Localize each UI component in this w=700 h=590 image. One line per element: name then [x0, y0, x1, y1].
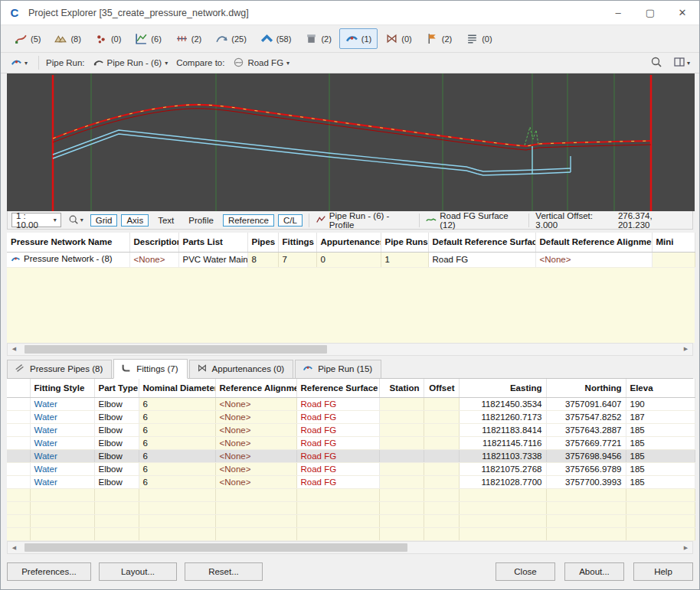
northing-cell[interactable]: 3757643.2887 [546, 424, 626, 437]
toggle-centerline[interactable]: C/L [278, 214, 303, 227]
northing-cell[interactable]: 3757698.9456 [546, 450, 626, 463]
toggle-reference[interactable]: Reference [223, 214, 274, 227]
reference-alignment-cell[interactable]: <None> [215, 411, 296, 424]
network-table-hscrollbar[interactable]: ◀ ▶ [7, 343, 693, 356]
part-type-cell[interactable]: Elbow [94, 463, 139, 476]
fittings-row[interactable]: WaterElbow6<None>Road FG11821145.7116375… [7, 437, 695, 450]
reference-alignment-cell[interactable]: <None> [215, 476, 296, 489]
toolbar-button-sample-lines[interactable]: (2) [169, 28, 208, 49]
scroll-right-icon[interactable]: ▶ [679, 542, 692, 553]
nominal-diameter-cell[interactable]: 6 [139, 463, 215, 476]
elevation-cell[interactable]: 185 [626, 463, 695, 476]
minimize-button[interactable]: – [607, 4, 629, 22]
search-button[interactable] [647, 54, 666, 71]
nominal-diameter-cell[interactable]: 6 [139, 450, 215, 463]
view-options-button[interactable]: ▾ [670, 54, 693, 71]
part-type-cell[interactable]: Elbow [94, 398, 139, 411]
fitting-style-cell[interactable]: Water [30, 398, 94, 411]
toggle-grid[interactable]: Grid [90, 214, 118, 227]
pipe-run-select[interactable]: Pipe Run - (6) ▾ [90, 55, 172, 70]
help-button[interactable]: Help [633, 562, 693, 581]
pipe-run-tools-button[interactable]: ▾ [7, 54, 31, 72]
fittings-row-selected[interactable]: WaterElbow6<None>Road FG11821103.7338375… [7, 450, 695, 463]
toolbar-button-layers[interactable]: (0) [460, 28, 498, 49]
northing-cell[interactable]: 3757547.8252 [546, 411, 626, 424]
reference-alignment-cell[interactable]: <None> [215, 398, 296, 411]
reset-button[interactable]: Reset... [185, 562, 263, 581]
fitting-style-cell[interactable]: Water [30, 424, 94, 437]
toolbar-button-structures[interactable]: (2) [299, 28, 337, 49]
fittings-row[interactable]: WaterElbow6<None>Road FG11821183.8414375… [7, 424, 695, 437]
toggle-axis[interactable]: Axis [121, 214, 149, 227]
toolbar-button-point-clouds[interactable]: (0) [89, 28, 127, 49]
elevation-cell[interactable]: 190 [626, 398, 695, 411]
preferences-button[interactable]: Preferences... [7, 562, 91, 581]
close-dialog-button[interactable]: Close [496, 562, 555, 581]
scale-select[interactable]: 1 : 10.00 ▾ [11, 213, 61, 227]
toolbar-button-alignments[interactable]: (5) [8, 28, 47, 49]
scrollbar-thumb[interactable] [25, 543, 407, 552]
layout-button[interactable]: Layout... [99, 562, 177, 581]
maximize-button[interactable]: ▢ [639, 4, 661, 22]
fittings-row[interactable]: WaterElbow6<None>Road FG11821450.3534375… [7, 398, 695, 411]
easting-cell[interactable]: 11821028.7700 [459, 476, 546, 489]
toolbar-button-pressure-networks[interactable]: (1) [339, 28, 378, 49]
tab-fittings[interactable]: Fittings (7) [113, 359, 187, 379]
fitting-style-cell[interactable]: Water [30, 463, 94, 476]
tab-pressure-pipes[interactable]: Pressure Pipes (8) [7, 360, 112, 378]
part-type-cell[interactable]: Elbow [94, 476, 139, 489]
reference-surface-cell[interactable]: Road FG [296, 450, 379, 463]
fitting-style-cell[interactable]: Water [30, 450, 94, 463]
part-type-cell[interactable]: Elbow [94, 450, 139, 463]
northing-cell[interactable]: 3757669.7721 [546, 437, 626, 450]
toggle-text[interactable]: Text [152, 214, 179, 227]
scroll-left-icon[interactable]: ◀ [8, 344, 21, 355]
network-default-alignment-cell[interactable]: <None> [535, 252, 652, 267]
part-type-cell[interactable]: Elbow [94, 411, 139, 424]
northing-cell[interactable]: 3757091.6407 [546, 398, 626, 411]
reference-alignment-cell[interactable]: <None> [215, 424, 296, 437]
fitting-style-cell[interactable]: Water [30, 437, 94, 450]
toolbar-button-appurtenances[interactable]: (0) [379, 28, 417, 49]
tab-appurtenances[interactable]: Appurtenances (0) [189, 360, 294, 378]
tab-pipe-run[interactable]: Pipe Run (15) [295, 360, 381, 378]
profile-view-canvas[interactable] [7, 73, 693, 211]
about-button[interactable]: About... [564, 562, 624, 581]
toolbar-button-profiles[interactable]: (6) [129, 28, 167, 49]
reference-alignment-cell[interactable]: <None> [215, 463, 296, 476]
nominal-diameter-cell[interactable]: 6 [139, 437, 215, 450]
easting-cell[interactable]: 11821260.7173 [459, 411, 546, 424]
scroll-right-icon[interactable]: ▶ [679, 344, 692, 355]
network-name-cell[interactable]: Pressure Network - (8) [7, 252, 129, 267]
reference-surface-cell[interactable]: Road FG [296, 398, 379, 411]
reference-surface-cell[interactable]: Road FG [296, 424, 379, 437]
reference-alignment-cell[interactable]: <None> [215, 437, 296, 450]
easting-cell[interactable]: 11821075.2768 [459, 463, 546, 476]
zoom-button[interactable]: ▾ [65, 213, 87, 228]
scrollbar-thumb[interactable] [25, 345, 327, 354]
fittings-table-hscrollbar[interactable]: ◀ ▶ [7, 541, 693, 554]
northing-cell[interactable]: 3757656.9789 [546, 463, 626, 476]
toolbar-button-survey[interactable]: (25) [209, 28, 253, 49]
toolbar-button-pipe-networks[interactable]: (58) [254, 28, 298, 49]
network-table-row[interactable]: Pressure Network - (8) <None> PVC Water … [7, 252, 695, 267]
network-default-surface-cell[interactable]: Road FG [428, 252, 535, 267]
elevation-cell[interactable]: 185 [626, 450, 695, 463]
scroll-left-icon[interactable]: ◀ [8, 542, 21, 553]
easting-cell[interactable]: 11821450.3534 [459, 398, 546, 411]
toolbar-button-surfaces[interactable]: (8) [48, 28, 87, 49]
easting-cell[interactable]: 11821183.8414 [459, 424, 546, 437]
reference-surface-cell[interactable]: Road FG [296, 411, 379, 424]
fitting-style-cell[interactable]: Water [30, 411, 94, 424]
reference-surface-cell[interactable]: Road FG [296, 463, 379, 476]
easting-cell[interactable]: 11821145.7116 [459, 437, 546, 450]
nominal-diameter-cell[interactable]: 6 [139, 476, 215, 489]
reference-surface-cell[interactable]: Road FG [296, 437, 379, 450]
fittings-row[interactable]: WaterElbow6<None>Road FG11821028.7700375… [7, 476, 695, 489]
nominal-diameter-cell[interactable]: 6 [139, 411, 215, 424]
reference-alignment-cell[interactable]: <None> [215, 450, 296, 463]
elevation-cell[interactable]: 185 [626, 476, 695, 489]
fitting-style-cell[interactable]: Water [30, 476, 94, 489]
easting-cell[interactable]: 11821103.7338 [459, 450, 546, 463]
elevation-cell[interactable]: 185 [626, 424, 695, 437]
